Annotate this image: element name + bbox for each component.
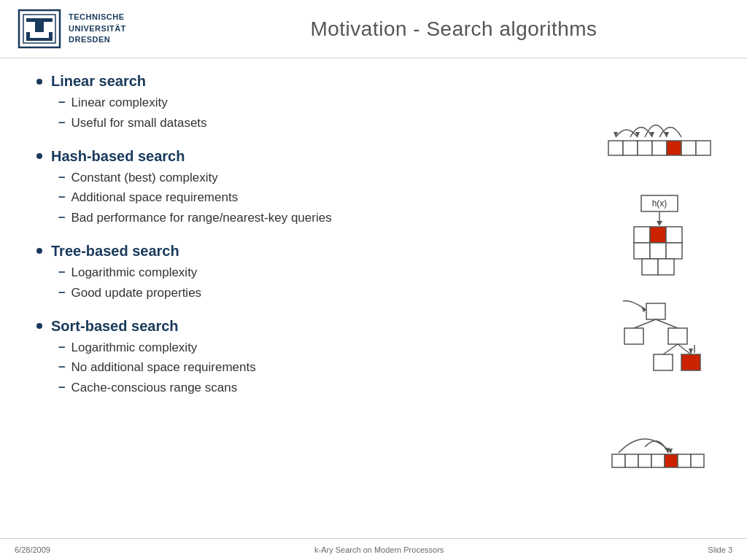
- list-item: – Useful for small datasets: [58, 114, 579, 132]
- hash-sub-items: – Constant (best) complexity – Additiona…: [58, 169, 579, 227]
- svg-rect-46: [678, 454, 691, 467]
- svg-rect-42: [625, 454, 638, 467]
- bullet-tree: Tree-based search: [36, 243, 579, 260]
- svg-rect-36: [654, 354, 673, 370]
- svg-text:h(x): h(x): [652, 198, 667, 209]
- list-item: – Cache-conscious range scans: [58, 379, 579, 397]
- sub-item-text: Logarithmic complexity: [71, 339, 197, 357]
- bullet-dot: [36, 79, 42, 85]
- section-sort: Sort-based search – Logarithmic complexi…: [36, 318, 579, 397]
- hash-label: Hash-based search: [51, 148, 185, 165]
- list-item: – No additional space requirements: [58, 359, 579, 376]
- footer-date: 6/28/2009: [15, 545, 50, 554]
- svg-rect-6: [26, 38, 53, 41]
- list-item: – Logarithmic complexity: [58, 339, 579, 357]
- header: TECHNISCHE UNIVERSITÄT DRESDEN Motivatio…: [0, 0, 747, 58]
- slide-title: Motivation - Search algorithms: [178, 18, 729, 41]
- tree-sub-items: – Logarithmic complexity – Good update p…: [58, 264, 579, 302]
- svg-rect-27: [666, 243, 682, 259]
- bullet-linear: Linear search: [36, 73, 579, 90]
- svg-rect-12: [681, 141, 696, 155]
- svg-line-38: [663, 344, 678, 354]
- svg-marker-49: [665, 448, 670, 453]
- diagrams-panel: h(x): [594, 73, 725, 518]
- svg-rect-47: [691, 454, 704, 467]
- bullet-dot: [36, 323, 42, 329]
- svg-rect-30: [646, 303, 665, 319]
- svg-rect-23: [650, 227, 666, 243]
- list-item: – Bad performance for range/nearest-key …: [58, 209, 579, 227]
- linear-diagram-svg: [601, 97, 718, 170]
- section-hash: Hash-based search – Constant (best) comp…: [36, 148, 579, 227]
- svg-rect-44: [651, 454, 665, 467]
- linear-diagram: [601, 80, 718, 186]
- dash-icon: –: [58, 265, 65, 279]
- text-content: Linear search – Linear complexity – Usef…: [36, 73, 594, 518]
- svg-rect-41: [612, 454, 625, 467]
- svg-rect-7: [608, 141, 623, 155]
- dash-icon: –: [58, 210, 65, 225]
- sort-diagram-svg: [608, 411, 711, 491]
- logo-area: TECHNISCHE UNIVERSITÄT DRESDEN: [18, 9, 178, 49]
- tree-label: Tree-based search: [51, 243, 179, 260]
- section-tree: Tree-based search – Logarithmic complexi…: [36, 243, 579, 302]
- main-content: Linear search – Linear complexity – Usef…: [0, 58, 747, 525]
- tree-diagram: [608, 292, 711, 397]
- svg-rect-11: [667, 141, 681, 155]
- svg-rect-10: [652, 141, 667, 155]
- sort-diagram: [608, 397, 711, 503]
- sub-item-text: Logarithmic complexity: [71, 264, 197, 281]
- svg-line-34: [634, 319, 656, 328]
- svg-rect-3: [35, 22, 44, 32]
- linear-label: Linear search: [51, 73, 146, 90]
- svg-line-35: [656, 319, 678, 328]
- svg-rect-8: [623, 141, 638, 155]
- dash-icon: –: [58, 170, 65, 184]
- svg-rect-29: [658, 259, 674, 275]
- svg-rect-26: [650, 243, 666, 259]
- tree-diagram-svg: [608, 298, 711, 392]
- hash-diagram-svg: h(x): [616, 192, 703, 287]
- bullet-dot: [36, 248, 42, 254]
- svg-rect-43: [638, 454, 651, 467]
- list-item: – Logarithmic complexity: [58, 264, 579, 281]
- list-item: – Additional space requirements: [58, 189, 579, 206]
- dash-icon: –: [58, 115, 65, 130]
- list-item: – Constant (best) complexity: [58, 169, 579, 187]
- svg-rect-9: [638, 141, 652, 155]
- svg-rect-45: [665, 454, 678, 467]
- bullet-hash: Hash-based search: [36, 148, 579, 165]
- dash-icon: –: [58, 340, 65, 354]
- sort-sub-items: – Logarithmic complexity – No additional…: [58, 339, 579, 397]
- dash-icon: –: [58, 190, 65, 204]
- sub-item-text: Good update properties: [71, 284, 201, 302]
- tu-dresden-logo: [18, 9, 61, 49]
- sub-item-text: Bad performance for range/nearest-key qu…: [71, 209, 331, 227]
- dash-icon: –: [58, 380, 65, 394]
- footer: 6/28/2009 k-Ary Search on Modern Process…: [0, 538, 747, 560]
- list-item: – Good update properties: [58, 284, 579, 302]
- footer-center: k-Ary Search on Modern Processors: [314, 545, 444, 554]
- sub-item-text: No additional space requirements: [71, 359, 255, 376]
- logo-text: TECHNISCHE UNIVERSITÄT DRESDEN: [69, 12, 126, 45]
- svg-rect-13: [696, 141, 711, 155]
- svg-rect-32: [624, 328, 643, 344]
- bullet-sort: Sort-based search: [36, 318, 579, 335]
- svg-line-39: [678, 344, 691, 354]
- svg-rect-37: [681, 354, 700, 370]
- svg-marker-21: [657, 221, 662, 226]
- svg-rect-28: [642, 259, 658, 275]
- bullet-dot: [36, 153, 42, 159]
- hash-diagram: h(x): [616, 186, 703, 292]
- sub-item-text: Constant (best) complexity: [71, 169, 217, 187]
- dash-icon: –: [58, 95, 65, 109]
- footer-slide: Slide 3: [708, 545, 732, 554]
- sub-item-text: Linear complexity: [71, 94, 167, 112]
- sub-item-text: Additional space requirements: [71, 189, 238, 206]
- svg-rect-33: [668, 328, 687, 344]
- list-item: – Linear complexity: [58, 94, 579, 112]
- dash-icon: –: [58, 285, 65, 300]
- section-linear: Linear search – Linear complexity – Usef…: [36, 73, 579, 132]
- sort-label: Sort-based search: [51, 318, 179, 335]
- svg-rect-24: [666, 227, 682, 243]
